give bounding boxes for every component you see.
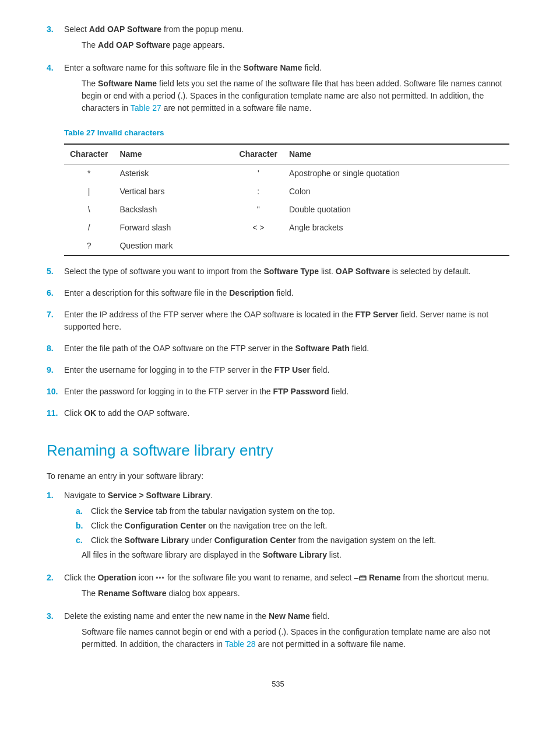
- rename-step1-after: All files in the software library are di…: [82, 549, 509, 561]
- step-9: 9. Enter the username for logging in to …: [47, 364, 509, 380]
- rename-step-number-3: 3.: [47, 610, 64, 655]
- step-number-3: 3.: [47, 23, 64, 56]
- name1-row4: Forward slash: [114, 219, 233, 237]
- rename-menu-item: –🗃 Rename: [354, 573, 400, 582]
- step-number-6: 6.: [47, 287, 64, 303]
- name2-row4: Angle brackets: [283, 219, 509, 237]
- table28-ref[interactable]: Table 28: [225, 639, 256, 649]
- step-number-10: 10.: [47, 386, 64, 401]
- col-header-name1: Name: [114, 144, 233, 164]
- char2-row2: :: [234, 183, 283, 201]
- rename-sub-step-b: b. Click the Configuration Center on the…: [76, 520, 509, 532]
- rename-step-number-1: 1.: [47, 489, 64, 566]
- rename-step3-after: Software file names cannot begin or end …: [82, 626, 509, 650]
- char2-row5: [234, 237, 283, 256]
- char2-row1: ': [234, 164, 283, 183]
- rename-sub-steps: a. Click the Service tab from the tabula…: [76, 505, 509, 547]
- sub-step-c-text: Click the Software Library under Configu…: [91, 534, 436, 547]
- char2-row3: ": [234, 201, 283, 219]
- rename-sub-step-a: a. Click the Service tab from the tabula…: [76, 505, 509, 517]
- step-content-7: Enter the IP address of the FTP server w…: [64, 309, 509, 337]
- sub-step-letter-b: b.: [76, 520, 91, 532]
- step-content-3: Select Add OAP Software from the popup m…: [64, 23, 509, 56]
- step3-desc: The Add OAP Software page appears.: [82, 39, 509, 51]
- name2-row1: Apostrophe or single quotation: [283, 164, 509, 183]
- step-7: 7. Enter the IP address of the FTP serve…: [47, 309, 509, 337]
- name1-row1: Asterisk: [114, 164, 233, 183]
- step-content-11: Click OK to add the OAP software.: [64, 407, 509, 423]
- step-3: 3. Select Add OAP Software from the popu…: [47, 23, 509, 56]
- name2-row2: Colon: [283, 183, 509, 201]
- rename-step-1: 1. Navigate to Service > Software Librar…: [47, 489, 509, 566]
- table-header-row: Character Name Character Name: [64, 144, 509, 164]
- step-number-8: 8.: [47, 342, 64, 358]
- table-row: / Forward slash < > Angle brackets: [64, 219, 509, 237]
- char2-row4: < >: [234, 219, 283, 237]
- section-heading: Renaming a software library entry: [47, 439, 509, 462]
- rename-step-3: 3. Delete the existing name and enter th…: [47, 610, 509, 655]
- name1-row3: Backslash: [114, 201, 233, 219]
- rename-step-content-2: Click the Operation icon ••• for the sof…: [64, 572, 509, 604]
- rename-step-content-3: Delete the existing name and enter the n…: [64, 610, 509, 655]
- rename-intro: To rename an entry in your software libr…: [47, 470, 509, 482]
- operation-icon: •••: [156, 574, 165, 582]
- table-row: \ Backslash " Double quotation: [64, 201, 509, 219]
- sub-step-letter-c: c.: [76, 534, 91, 547]
- table-row: * Asterisk ' Apostrophe or single quotat…: [64, 164, 509, 183]
- col-header-char2: Character: [234, 144, 283, 164]
- col-header-name2: Name: [283, 144, 509, 164]
- step-content-10: Enter the password for logging in to the…: [64, 386, 509, 401]
- table-row: ? Question mark: [64, 237, 509, 256]
- char1-row2: |: [64, 183, 114, 201]
- step-number-4: 4.: [47, 62, 64, 119]
- step4-main: Enter a software name for this software …: [64, 62, 509, 74]
- step-10: 10. Enter the password for logging in to…: [47, 386, 509, 401]
- name2-row5: [283, 237, 509, 256]
- rename-step2-after: The Rename Software dialog box appears.: [82, 587, 509, 600]
- sub-step-a-text: Click the Service tab from the tabular n…: [91, 505, 335, 517]
- page-number: 535: [47, 678, 509, 690]
- rename-step-content-1: Navigate to Service > Software Library. …: [64, 489, 509, 566]
- name2-row3: Double quotation: [283, 201, 509, 219]
- step-content-5: Select the type of software you want to …: [64, 265, 509, 281]
- col-header-char1: Character: [64, 144, 114, 164]
- invalid-chars-table: Character Name Character Name * Asterisk…: [64, 144, 509, 256]
- step-content-9: Enter the username for logging in to the…: [64, 364, 509, 380]
- step-number-5: 5.: [47, 265, 64, 281]
- table-row: | Vertical bars : Colon: [64, 183, 509, 201]
- step-6: 6. Enter a description for this software…: [47, 287, 509, 303]
- sub-step-letter-a: a.: [76, 505, 91, 517]
- step3-bold: Add OAP Software: [89, 24, 161, 34]
- step-4: 4. Enter a software name for this softwa…: [47, 62, 509, 119]
- step-content-8: Enter the file path of the OAP software …: [64, 342, 509, 358]
- char1-row3: \: [64, 201, 114, 219]
- table-body: * Asterisk ' Apostrophe or single quotat…: [64, 164, 509, 256]
- step-number-7: 7.: [47, 309, 64, 337]
- step-number-9: 9.: [47, 364, 64, 380]
- step-8: 8. Enter the file path of the OAP softwa…: [47, 342, 509, 358]
- char1-row1: *: [64, 164, 114, 183]
- table27-container: Table 27 Invalid characters Character Na…: [64, 127, 509, 256]
- name1-row5: Question mark: [114, 237, 233, 256]
- step-content-6: Enter a description for this software fi…: [64, 287, 509, 303]
- name1-row2: Vertical bars: [114, 183, 233, 201]
- step-content-4: Enter a software name for this software …: [64, 62, 509, 119]
- table27-ref[interactable]: Table 27: [131, 103, 161, 113]
- rename-sub-step-c: c. Click the Software Library under Conf…: [76, 534, 509, 547]
- rename-step-number-2: 2.: [47, 572, 64, 604]
- step-5: 5. Select the type of software you want …: [47, 265, 509, 281]
- char1-row4: /: [64, 219, 114, 237]
- step3-main: Select Add OAP Software from the popup m…: [64, 23, 509, 36]
- sub-step-b-text: Click the Configuration Center on the na…: [91, 520, 327, 532]
- rename-step-2: 2. Click the Operation icon ••• for the …: [47, 572, 509, 604]
- char1-row5: ?: [64, 237, 114, 256]
- step4-desc: The Software Name field lets you set the…: [82, 78, 509, 114]
- step-11: 11. Click OK to add the OAP software.: [47, 407, 509, 423]
- step-number-11: 11.: [47, 407, 64, 423]
- table27-title: Table 27 Invalid characters: [64, 127, 509, 139]
